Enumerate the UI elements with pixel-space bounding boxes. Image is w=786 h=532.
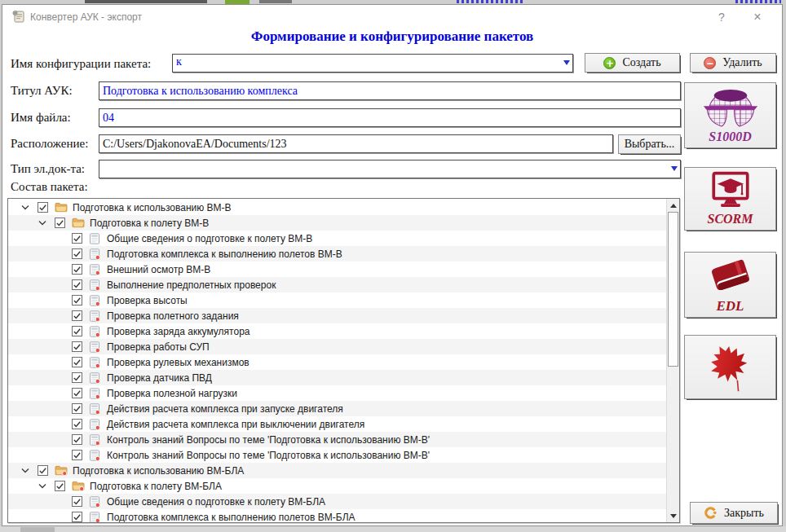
tree-row[interactable]: Проверка датчика ПВД [8, 370, 666, 385]
browse-button[interactable]: Выбрать... [618, 134, 681, 154]
folder-icon [72, 481, 86, 491]
tree-item-label: Действия расчета комплекса при выключени… [107, 419, 364, 430]
export-s1000d-button[interactable]: S1000D [684, 82, 776, 148]
app-icon [12, 10, 25, 23]
document-icon [89, 248, 103, 260]
tree-row[interactable]: Проверка полетного задания [8, 308, 666, 323]
chevron-down-icon[interactable] [38, 219, 55, 226]
tree-item-label: Общие сведения о подготовке к полету ВМ-… [107, 496, 325, 508]
checkbox-checked[interactable] [72, 233, 82, 244]
tree-item-label: Проверка работы СУП [107, 341, 210, 353]
checkbox-checked[interactable] [72, 341, 82, 352]
tree-row[interactable]: Подготовка к полету ВМ-БЛА [8, 478, 666, 494]
checkbox-checked[interactable] [72, 512, 82, 522]
config-name-combobox[interactable]: к [172, 54, 573, 73]
checkbox-checked[interactable] [72, 357, 82, 367]
tree-row[interactable]: Проверка рулевых механизмов [8, 354, 666, 370]
document-icon [89, 419, 103, 430]
checkbox-checked[interactable] [72, 434, 82, 445]
document-icon [89, 357, 103, 368]
tree-item-label: Подготовка комплекса к выполнению полето… [107, 512, 355, 523]
tree-row[interactable]: Внешний осмотр ВМ-В [8, 262, 666, 277]
screen: Конвертер АУК - экспорт ? × Формирование… [0, 0, 786, 532]
chevron-down-icon[interactable] [563, 60, 570, 65]
tree-item-label: Выполнение предполетных проверок [107, 279, 276, 291]
chevron-down-icon[interactable] [21, 204, 38, 211]
tree-row[interactable]: Проверка работы СУП [8, 339, 666, 354]
tree-row[interactable]: Подготовка к полету ВМ-В [8, 215, 666, 231]
background-text-fragment [85, 0, 207, 3]
tree-row[interactable]: Подготовка к использованию ВМ-БЛА [8, 463, 666, 478]
checkbox-checked[interactable] [38, 202, 48, 213]
background-blue-fragment [735, 0, 781, 3]
auk-title-input[interactable] [99, 81, 681, 100]
checkbox-checked[interactable] [72, 372, 82, 383]
export-edl-button[interactable]: EDL [684, 252, 776, 318]
background-fragment [20, 527, 55, 532]
checkbox-checked[interactable] [72, 326, 82, 336]
checkbox-checked[interactable] [55, 218, 65, 228]
tree-item-label: Контроль знаний Вопросы по теме 'Подгото… [107, 450, 430, 461]
tree-row[interactable]: Контроль знаний Вопросы по теме 'Подгото… [8, 447, 666, 463]
doc-type-label: Тип эл.док-та: [11, 162, 85, 176]
close-button[interactable]: Закрыть [690, 502, 778, 524]
tree-row[interactable]: Действия расчета комплекса при запуске д… [8, 401, 666, 416]
doc-type-combobox[interactable] [99, 160, 681, 178]
tree-rows: Подготовка к использованию ВМ-ВПодготовк… [8, 200, 666, 523]
checkbox-checked[interactable] [72, 419, 82, 429]
document-icon [89, 496, 103, 508]
chevron-down-icon[interactable] [21, 467, 38, 474]
chevron-down-icon[interactable] [38, 482, 55, 490]
chevron-down-icon[interactable] [671, 166, 678, 171]
export-scorm-button[interactable]: SCORM [684, 167, 776, 231]
checkbox-checked[interactable] [72, 248, 82, 259]
tree-row[interactable]: Общие сведения о подготовке к полету ВМ-… [8, 231, 666, 246]
checkbox-checked[interactable] [72, 279, 82, 290]
tree-item-label: Подготовка к использованию ВМ-БЛА [73, 465, 244, 477]
page-title: Формирование и конфигурирование пакетов [2, 29, 782, 45]
tree-row[interactable]: Выполнение предполетных проверок [8, 277, 666, 292]
document-icon [89, 434, 103, 446]
document-icon [89, 372, 103, 384]
checkbox-checked[interactable] [55, 481, 65, 491]
checkbox-checked[interactable] [72, 496, 82, 507]
scrollbar-thumb[interactable] [668, 212, 678, 367]
delete-button-label: Удалить [722, 56, 762, 69]
background-window-sliver-bottom [0, 526, 786, 532]
create-button[interactable]: + Создать [585, 53, 680, 73]
auk-title-label: Титул АУК: [11, 84, 73, 98]
tree-row[interactable]: Общие сведения о подготовке к полету ВМ-… [8, 494, 666, 509]
checkbox-checked[interactable] [72, 310, 82, 321]
checkbox-checked[interactable] [72, 264, 82, 275]
scrollbar-up-arrow-icon[interactable] [667, 199, 679, 212]
scrollbar-down-arrow-icon[interactable] [667, 509, 679, 522]
checkbox-checked[interactable] [72, 295, 82, 306]
tree-row[interactable]: Проверка заряда аккумулятора [8, 323, 666, 339]
tree-row[interactable]: Проверка высоты [8, 292, 666, 308]
tree-scrollbar[interactable] [666, 199, 679, 522]
location-input[interactable] [99, 134, 613, 153]
package-contents-tree[interactable]: Подготовка к использованию ВМ-ВПодготовк… [7, 198, 680, 523]
tree-row[interactable]: Подготовка комплекса к выполнению полето… [8, 509, 666, 523]
close-window-button[interactable]: × [748, 10, 767, 24]
tree-row[interactable]: Подготовка комплекса к выполнению полето… [8, 246, 666, 262]
tree-row[interactable]: Действия расчета комплекса при выключени… [8, 416, 666, 432]
title-bar: Конвертер АУК - экспорт ? × [2, 5, 782, 28]
tree-row[interactable]: Подготовка к использованию ВМ-В [8, 200, 666, 215]
help-button[interactable]: ? [712, 10, 731, 24]
checkbox-checked[interactable] [72, 388, 82, 398]
document-icon [89, 341, 103, 353]
tree-item-label: Подготовка к полету ВМ-В [90, 218, 209, 229]
checkbox-checked[interactable] [72, 403, 82, 414]
export-maple-button[interactable] [684, 335, 776, 399]
delete-button[interactable]: − Удалить [690, 53, 776, 73]
tree-row[interactable]: Контроль знаний Вопросы по теме 'Подгото… [8, 432, 666, 447]
checkbox-checked[interactable] [72, 450, 82, 460]
tree-item-label: Проверка полезной нагрузки [107, 388, 237, 399]
tree-item-label: Подготовка комплекса к выполнению полето… [107, 248, 342, 260]
tree-row[interactable]: Проверка полезной нагрузки [8, 385, 666, 401]
file-name-input[interactable] [99, 108, 681, 127]
document-icon [89, 264, 103, 275]
document-icon [89, 279, 103, 291]
checkbox-checked[interactable] [38, 465, 48, 476]
